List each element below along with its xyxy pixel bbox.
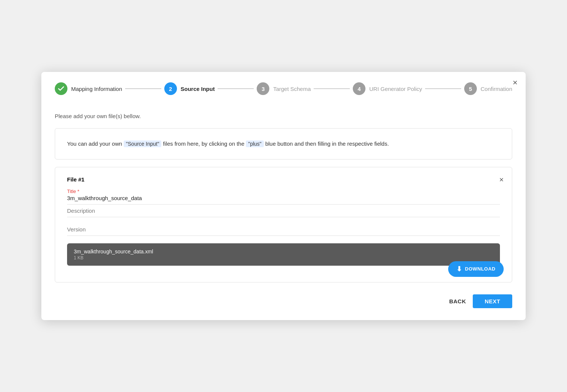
- download-button[interactable]: ⬇ DOWNLOAD: [448, 261, 504, 277]
- page-subtitle: Please add your own file(s) bellow.: [55, 113, 512, 119]
- step-4-label: URI Generator Policy: [369, 86, 422, 92]
- step-target-schema: 3 Target Schema: [257, 82, 311, 95]
- file-attachment: 3m_walkthrough_source_data.xml 1 KB: [67, 243, 500, 266]
- file-close-button[interactable]: ×: [499, 176, 504, 184]
- wizard-content: Please add your own file(s) bellow. You …: [41, 104, 526, 282]
- step-source-input: 2 Source Input: [164, 82, 215, 95]
- attachment-filename: 3m_walkthrough_source_data.xml: [74, 249, 153, 255]
- modal-close-button[interactable]: ×: [513, 79, 517, 87]
- connector-1: [125, 88, 161, 89]
- title-field-value: 3m_walkthrough_source_data: [67, 195, 500, 205]
- version-input[interactable]: [67, 223, 500, 236]
- wizard-footer: BACK NEXT: [41, 282, 526, 308]
- step-5-circle: 5: [464, 82, 477, 95]
- step-confirmation: 5 Confirmation: [464, 82, 512, 95]
- file-section: File #1 × Title * 3m_walkthrough_source_…: [55, 167, 512, 282]
- step-1-label: Mapping Information: [71, 86, 122, 92]
- info-text-before: You can add your own: [67, 140, 124, 147]
- source-input-highlight: "Source Input": [124, 140, 161, 147]
- file-attachment-info: 3m_walkthrough_source_data.xml 1 KB: [74, 249, 153, 260]
- step-4-circle: 4: [353, 82, 365, 95]
- back-button[interactable]: BACK: [449, 298, 466, 304]
- connector-4: [425, 88, 461, 89]
- step-2-circle: 2: [164, 82, 177, 95]
- step-uri-generator-policy: 4 URI Generator Policy: [353, 82, 422, 95]
- step-mapping-information: Mapping Information: [55, 82, 122, 95]
- wizard-modal: × Mapping Information 2 Source Input 3 T…: [41, 72, 526, 320]
- download-label: DOWNLOAD: [465, 266, 495, 272]
- step-1-circle: [55, 82, 67, 95]
- info-text-middle: files from here, by clicking on the: [161, 140, 246, 147]
- file-title: File #1: [67, 176, 500, 183]
- plus-highlight: "plus": [246, 140, 264, 147]
- step-3-circle: 3: [257, 82, 269, 95]
- connector-2: [218, 88, 254, 89]
- step-5-label: Confirmation: [481, 86, 512, 92]
- info-box: You can add your own "Source Input" file…: [55, 128, 512, 159]
- attachment-filesize: 1 KB: [74, 255, 153, 260]
- stepper: Mapping Information 2 Source Input 3 Tar…: [41, 72, 526, 104]
- info-text-after: blue button and then filling in the resp…: [264, 140, 389, 147]
- download-icon: ⬇: [456, 265, 462, 273]
- next-button[interactable]: NEXT: [473, 294, 512, 308]
- step-3-label: Target Schema: [273, 86, 311, 92]
- step-2-label: Source Input: [181, 86, 215, 92]
- connector-3: [314, 88, 350, 89]
- description-input[interactable]: [67, 205, 500, 217]
- title-field-label: Title *: [67, 189, 500, 194]
